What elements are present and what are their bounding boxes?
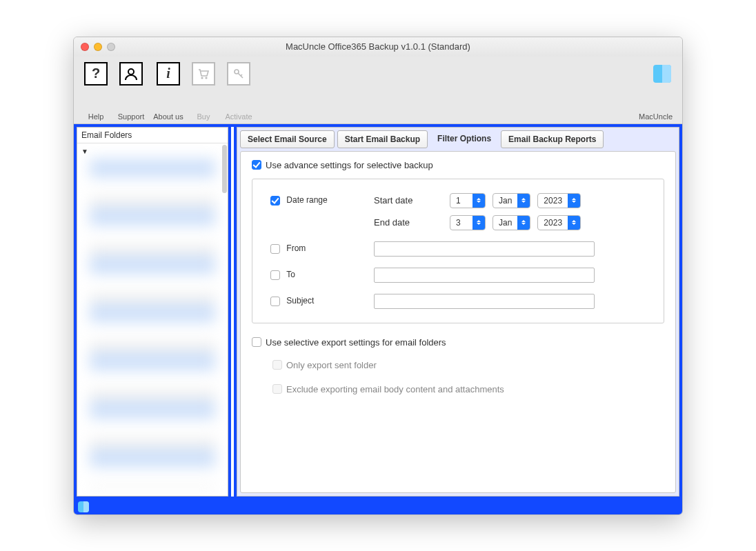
toolbar-labels: Help Support About us Buy Activate MacUn…	[74, 110, 682, 124]
finder-icon	[653, 65, 671, 83]
to-input[interactable]	[374, 268, 595, 283]
folder-tree[interactable]: ▼	[77, 143, 228, 496]
toolbar-support[interactable]	[112, 62, 150, 86]
to-label: To	[286, 270, 295, 279]
exclude-body-label: Exclude exporting email body content and…	[286, 384, 504, 394]
tree-root-caret[interactable]: ▼	[81, 148, 88, 155]
subject-label: Subject	[286, 296, 314, 305]
use-advance-row: Use advance settings for selective backu…	[252, 160, 664, 170]
cart-icon	[192, 62, 215, 86]
selective-sub-options: Only export sent folder Exclude exportin…	[252, 360, 664, 394]
end-date-selects: 3 Jan 2023	[450, 215, 646, 230]
toolbar-activate-label: Activate	[220, 112, 257, 121]
use-selective-label: Use selective export settings for email …	[266, 337, 446, 348]
window-controls	[81, 43, 115, 51]
titlebar: MacUncle Office365 Backup v1.0.1 (Standa…	[74, 37, 682, 57]
filter-fieldset: Date range Start date 1 Jan 2023 End dat…	[252, 179, 664, 323]
stepper-arrows-icon	[472, 194, 485, 208]
only-sent-row: Only export sent folder	[272, 360, 664, 370]
minimize-window-button[interactable]	[94, 43, 102, 51]
sidebar: Email Folders ▼	[77, 127, 228, 497]
svg-point-0	[128, 69, 134, 74]
help-icon: ?	[84, 62, 108, 86]
sidebar-scrollbar[interactable]	[222, 145, 227, 193]
tab-bar: Select Email Source Start Email Backup F…	[237, 128, 679, 148]
subject-row: Subject	[270, 294, 646, 309]
toolbar-brand-label: MacUncle	[639, 112, 677, 121]
use-selective-row: Use selective export settings for email …	[252, 337, 664, 348]
sidebar-title: Email Folders	[77, 128, 228, 143]
to-row: To	[270, 268, 646, 283]
toolbar-buy-label: Buy	[187, 112, 220, 121]
stepper-arrows-icon	[517, 194, 530, 208]
end-day-select[interactable]: 3	[450, 215, 486, 230]
end-year-select[interactable]: 2023	[537, 215, 581, 230]
start-year-select[interactable]: 2023	[537, 193, 581, 208]
folder-list-blurred	[90, 159, 215, 489]
tab-select-source[interactable]: Select Email Source	[240, 130, 335, 148]
start-date-label: Start date	[374, 195, 450, 206]
use-advance-checkbox[interactable]	[252, 160, 261, 170]
toolbar-activate[interactable]	[220, 62, 257, 86]
splitter[interactable]	[231, 127, 234, 497]
status-bar	[74, 499, 682, 514]
exclude-body-row: Exclude exporting email body content and…	[272, 384, 664, 394]
start-date-selects: 1 Jan 2023	[450, 193, 646, 208]
from-checkbox[interactable]	[270, 244, 280, 254]
svg-point-1	[201, 77, 203, 79]
toolbar-support-label: Support	[112, 112, 150, 121]
from-label: From	[286, 243, 306, 253]
from-row: From	[270, 241, 646, 257]
svg-point-2	[205, 77, 207, 79]
toolbar-brand-icon	[653, 62, 677, 86]
stepper-arrows-icon	[517, 216, 530, 230]
key-icon	[227, 62, 250, 86]
use-advance-label: Use advance settings for selective backu…	[266, 160, 433, 170]
only-sent-checkbox	[272, 360, 282, 370]
date-range-grid: Date range Start date 1 Jan 2023 End dat…	[270, 193, 646, 230]
date-range-row: Date range	[270, 195, 374, 206]
end-date-label: End date	[374, 217, 450, 228]
toolbar: ? i	[74, 57, 682, 110]
finder-icon	[78, 501, 89, 512]
use-selective-checkbox[interactable]	[252, 337, 261, 347]
date-range-checkbox[interactable]	[270, 196, 280, 206]
stepper-arrows-icon	[472, 216, 485, 230]
date-range-label: Date range	[286, 195, 327, 205]
only-sent-label: Only export sent folder	[286, 360, 377, 370]
content-area: Email Folders ▼ Select Email Source Star…	[74, 124, 682, 499]
subject-input[interactable]	[374, 294, 595, 309]
tab-reports[interactable]: Email Backup Reports	[501, 130, 604, 148]
end-month-select[interactable]: Jan	[493, 215, 530, 230]
toolbar-help[interactable]: ?	[79, 62, 112, 86]
tab-start-backup[interactable]: Start Email Backup	[337, 130, 428, 148]
stepper-arrows-icon	[568, 194, 580, 208]
tab-filter-options[interactable]: Filter Options	[430, 130, 498, 148]
start-day-select[interactable]: 1	[450, 193, 486, 208]
main-panel: Select Email Source Start Email Backup F…	[237, 127, 679, 497]
stepper-arrows-icon	[568, 216, 580, 230]
toolbar-buy[interactable]	[187, 62, 220, 86]
close-window-button[interactable]	[81, 43, 89, 51]
to-checkbox[interactable]	[270, 270, 280, 280]
app-window: MacUncle Office365 Backup v1.0.1 (Standa…	[73, 37, 683, 515]
support-icon	[119, 62, 143, 86]
toolbar-about[interactable]: i	[150, 62, 187, 86]
exclude-body-checkbox	[272, 384, 282, 394]
subject-checkbox[interactable]	[270, 297, 280, 306]
start-month-select[interactable]: Jan	[493, 193, 530, 208]
info-icon: i	[157, 62, 180, 86]
filter-pane: Use advance settings for selective backu…	[240, 151, 676, 493]
zoom-window-button[interactable]	[107, 43, 115, 51]
window-title: MacUncle Office365 Backup v1.0.1 (Standa…	[74, 41, 682, 52]
toolbar-help-label: Help	[79, 112, 112, 121]
toolbar-about-label: About us	[150, 112, 187, 121]
from-input[interactable]	[374, 241, 595, 257]
